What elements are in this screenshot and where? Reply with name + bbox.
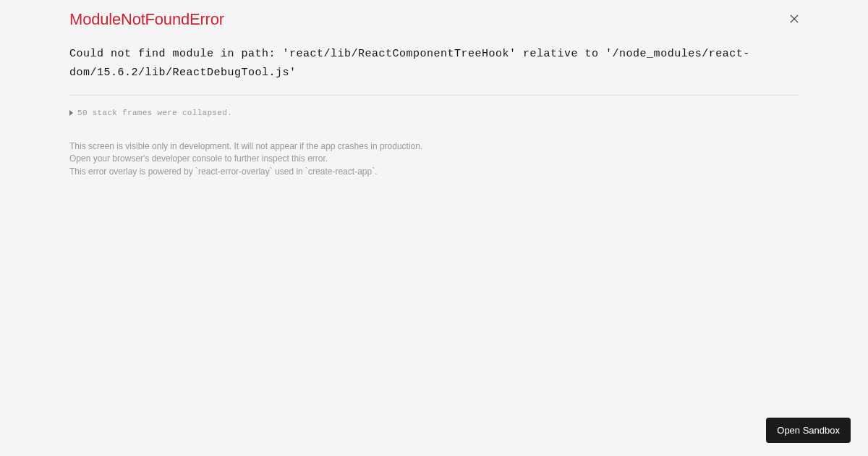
close-icon [790, 14, 799, 25]
footer-info: This screen is visible only in developme… [69, 140, 799, 178]
divider [69, 95, 799, 96]
stack-frames-toggle[interactable]: 50 stack frames were collapsed. [69, 109, 799, 117]
open-sandbox-button[interactable]: Open Sandbox [766, 418, 851, 443]
footer-line: This screen is visible only in developme… [69, 140, 799, 153]
close-button[interactable] [787, 12, 801, 28]
error-message: Could not find module in path: 'react/li… [69, 45, 799, 82]
stack-collapsed-label: 50 stack frames were collapsed. [77, 109, 232, 117]
footer-line: Open your browser's developer console to… [69, 153, 799, 165]
error-title: ModuleNotFoundError [69, 10, 224, 29]
footer-line: This error overlay is powered by `react-… [69, 166, 799, 178]
triangle-right-icon [69, 110, 73, 116]
